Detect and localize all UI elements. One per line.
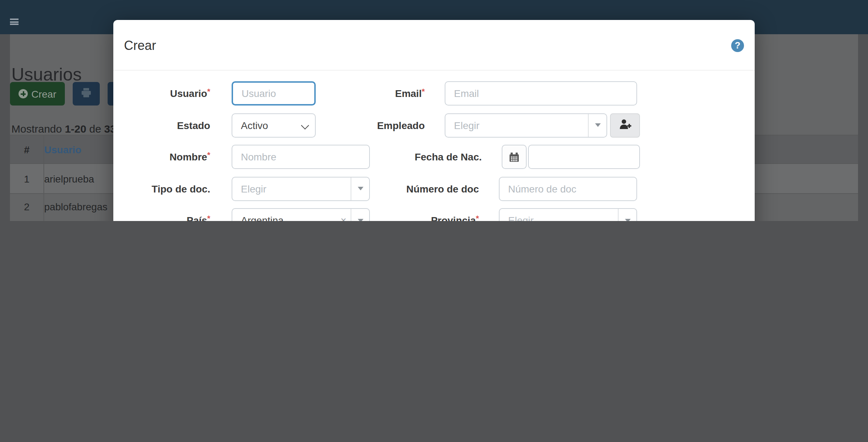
calendar-icon[interactable] [502,145,527,169]
email-label: Email* [316,88,445,99]
usuario-input[interactable] [232,81,316,106]
nombre-input[interactable] [232,145,370,169]
fecha-nac-input[interactable] [528,145,640,169]
create-button[interactable]: Crear [10,82,65,106]
column-header-num: # [10,135,44,164]
estado-label: Estado [124,119,232,131]
empleado-select[interactable]: Elegir [445,113,607,137]
help-icon[interactable]: ? [731,39,744,52]
select-arrow-icon [351,209,369,221]
create-button-label: Crear [31,88,56,99]
estado-select[interactable]: Activo [232,113,316,137]
plus-circle-icon [19,89,28,98]
select-arrow-icon [351,177,369,200]
email-input[interactable] [445,81,637,106]
modal-title: Crear [124,38,156,53]
person-add-icon [619,119,631,132]
select-arrow-icon [588,114,606,137]
pais-label: País* [124,215,232,221]
menu-icon[interactable] [10,19,19,26]
tipo-doc-select[interactable]: Elegir [232,176,370,201]
print-icon [81,87,92,101]
usuario-label: Usuario* [124,88,232,99]
provincia-select[interactable]: Elegir [499,208,637,221]
numero-doc-label: Número de doc [370,183,499,194]
numero-doc-input[interactable] [499,176,637,201]
modal-header: Crear ? [113,20,755,71]
print-button[interactable] [73,82,100,106]
create-user-modal: Crear ? Usuario* Email* Estado Activo Em… [113,20,755,221]
select-arrow-icon [618,209,636,221]
modal-body: Usuario* Email* Estado Activo Empleado E… [113,71,755,221]
empleado-label: Empleado [316,119,445,131]
pais-select[interactable]: Argentina × [232,208,370,221]
tipo-doc-label: Tipo de doc. [124,183,232,194]
fecha-nac-label: Fecha de Nac. [370,151,502,163]
nombre-label: Nombre* [124,151,232,163]
add-employee-button[interactable] [610,113,640,137]
provincia-label: Provincia* [370,215,499,221]
toolbar: Crear [10,82,129,106]
clear-icon[interactable]: × [341,215,346,221]
chevron-down-icon [301,121,309,129]
screen: Usuarios Crear Mostrando 1-20 de 33 e [0,0,868,221]
